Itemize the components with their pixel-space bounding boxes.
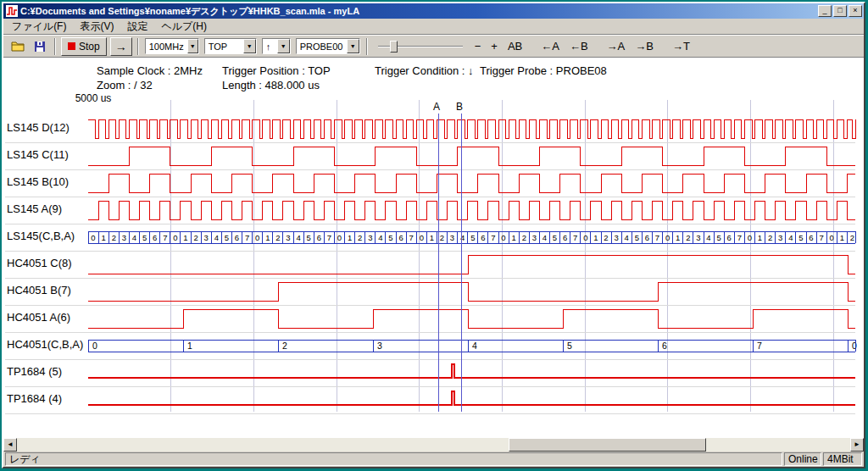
bus-value: 0 <box>583 233 587 242</box>
bus-value: 3 <box>778 233 782 242</box>
menu-view[interactable]: 表示(V) <box>73 18 120 36</box>
bus-value: 1 <box>676 233 680 242</box>
save-button[interactable] <box>30 37 50 56</box>
cursor-nav-buttons: −+AB←A←B→A→B→T <box>470 39 695 53</box>
toolbar: Stop → 100MHz ▼ TOP ▼ ↑ ▼ PROBE00 ▼ −+AB… <box>3 35 864 58</box>
close-button[interactable]: × <box>849 5 862 17</box>
bus-value: 7 <box>757 341 762 351</box>
floppy-disk-icon <box>34 41 46 53</box>
bus-value: 4 <box>788 233 793 242</box>
bus-value: 1 <box>758 233 762 242</box>
bus-value: 7 <box>655 233 659 242</box>
zoom-slider[interactable] <box>378 38 463 55</box>
bus-value: 0 <box>665 233 670 242</box>
bus-value: 6 <box>481 233 485 242</box>
next-b-button[interactable]: →B <box>632 39 657 53</box>
open-button[interactable] <box>8 37 28 56</box>
bus-value: 1 <box>840 233 844 242</box>
bus-value: 6 <box>809 233 813 242</box>
wave-HC4051 A(6) <box>88 309 855 328</box>
trigger-position-value: TOP <box>205 42 243 52</box>
wave-LS145 D(12) <box>88 119 855 138</box>
bus-value: 5 <box>716 233 721 242</box>
stop-button[interactable]: Stop <box>61 37 107 56</box>
stop-icon <box>68 42 75 50</box>
bus-value: 4 <box>625 233 629 242</box>
prev-a-button[interactable]: ←A <box>537 39 563 53</box>
trigger-probe-select[interactable]: PROBE00 ▼ <box>296 38 360 54</box>
bus-value: 6 <box>398 233 403 242</box>
bus-value: 5 <box>225 233 229 242</box>
goto-trigger-button[interactable]: →T <box>669 39 693 53</box>
title-bar[interactable]: C:¥Documents and Settings¥noname¥デスクトップ¥… <box>3 3 864 19</box>
bus-value: 1 <box>511 233 515 242</box>
slider-thumb[interactable] <box>390 41 398 53</box>
bus-value: 5 <box>388 233 392 242</box>
app-icon <box>6 5 18 17</box>
waveform-panel: Sample Clock : 2MHz Trigger Position : T… <box>3 58 864 452</box>
bus-value: 5 <box>470 233 475 242</box>
bus-value: 4 <box>132 233 136 242</box>
trigger-edge-select[interactable]: ↑ ▼ <box>262 38 291 54</box>
waveform-canvas[interactable]: 0123456701234567012345670123456701234567… <box>3 91 860 418</box>
bus-value: 6 <box>563 233 567 242</box>
window-title: C:¥Documents and Settings¥noname¥デスクトップ¥… <box>20 5 816 18</box>
cursor-a-label: A <box>433 101 440 113</box>
bus-value: 1 <box>430 233 434 242</box>
menu-settings[interactable]: 設定 <box>120 18 154 36</box>
horizontal-scrollbar[interactable]: ◄ ► <box>3 438 864 452</box>
bus-value: 3 <box>204 233 209 242</box>
scrollbar-thumb[interactable] <box>509 438 706 452</box>
chevron-down-icon[interactable]: ▼ <box>243 39 256 53</box>
chevron-down-icon[interactable]: ▼ <box>277 39 290 53</box>
bus-value: 7 <box>327 233 331 242</box>
bus-value: 7 <box>737 233 742 242</box>
bus-value: 3 <box>286 233 290 242</box>
bus-value: 0 <box>852 341 857 351</box>
bus-value: 2 <box>604 233 608 242</box>
wave-LS145 B(10) <box>88 174 855 192</box>
open-folder-icon <box>11 41 25 52</box>
zoom-in-button[interactable]: + <box>487 39 501 53</box>
menu-file[interactable]: ファイル(F) <box>5 18 73 36</box>
sample-clock-value: 100MHz <box>146 42 187 52</box>
bus-value: 5 <box>798 233 803 242</box>
bus-value: 4 <box>542 233 547 242</box>
info-sample-clock: Sample Clock : 2MHz <box>97 64 203 77</box>
bus-value: 3 <box>696 233 700 242</box>
maximize-button[interactable]: □ <box>833 5 847 17</box>
bus-value: 2 <box>112 233 116 242</box>
toolbar-separator <box>54 38 56 55</box>
bus-value: 7 <box>245 233 249 242</box>
chevron-down-icon[interactable]: ▼ <box>347 39 359 53</box>
bus-value: 0 <box>92 341 97 351</box>
bus-value: 2 <box>686 233 690 242</box>
bus-value: 1 <box>265 233 270 242</box>
trigger-position-select[interactable]: TOP ▼ <box>204 38 257 54</box>
bus-value: 0 <box>255 233 259 242</box>
bus-value: 3 <box>377 341 382 351</box>
bus-value: 0 <box>748 233 752 242</box>
chevron-down-icon[interactable]: ▼ <box>187 39 198 53</box>
next-a-button[interactable]: →A <box>604 39 629 53</box>
status-online: Online <box>784 452 821 466</box>
wave-HC4051 C(8) <box>88 255 855 274</box>
run-button[interactable]: → <box>110 37 132 56</box>
minimize-button[interactable]: _ <box>818 5 832 17</box>
cursor-ab-button[interactable]: AB <box>504 39 526 53</box>
bus-value: 5 <box>142 233 147 242</box>
bus-value: 6 <box>645 233 649 242</box>
sample-clock-select[interactable]: 100MHz ▼ <box>145 38 199 54</box>
menu-help[interactable]: ヘルプ(H) <box>154 18 214 36</box>
scroll-right-button[interactable]: ► <box>850 438 864 452</box>
prev-b-button[interactable]: ←B <box>566 39 592 53</box>
bus-value: 4 <box>706 233 710 242</box>
bus-value: 2 <box>193 233 198 242</box>
app-window: C:¥Documents and Settings¥noname¥デスクトップ¥… <box>2 2 865 468</box>
bus-value: 2 <box>275 233 280 242</box>
zoom-out-button[interactable]: − <box>471 39 485 53</box>
scrollbar-track[interactable] <box>17 438 850 452</box>
bus-value: 0 <box>420 233 424 242</box>
bus-value: 5 <box>635 233 639 242</box>
scroll-left-button[interactable]: ◄ <box>3 438 17 452</box>
